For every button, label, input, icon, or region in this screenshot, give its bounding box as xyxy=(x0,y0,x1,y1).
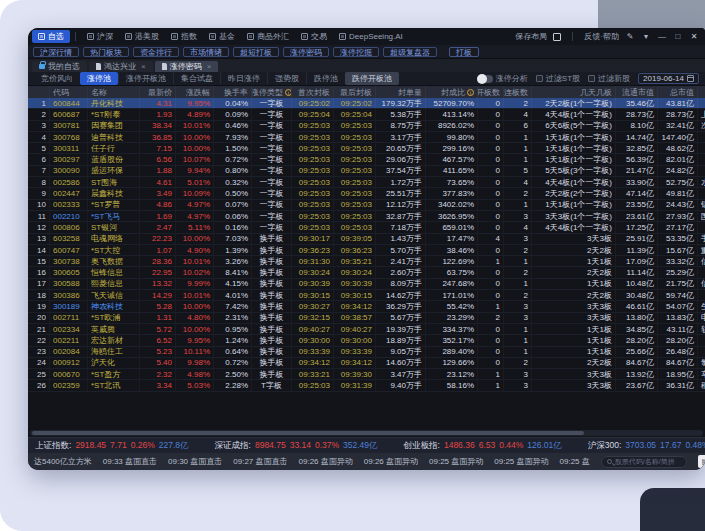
table-row-002711[interactable]: 20002711*ST欧浦1.314.80%2.31%换手板09:32:1509… xyxy=(28,313,705,324)
ticker-item-8[interactable]: 09:25 盘 xyxy=(560,456,590,467)
toolbar-button-热门板块[interactable]: 热门板块 xyxy=(83,47,129,57)
market-tab-沪深[interactable]: 沪深 xyxy=(81,30,119,43)
market-tab-指数[interactable]: 指数 xyxy=(165,30,203,43)
doc-tab-鸿达兴业[interactable]: 鸿达兴业× xyxy=(89,61,153,72)
toolbar-button-市场情绪[interactable]: 市场情绪 xyxy=(183,47,229,57)
market-tab-商品外汇[interactable]: 商品外汇 xyxy=(241,30,295,43)
ticker-item-2[interactable]: 09:30 盘面直击 xyxy=(168,456,222,467)
filter-new-checkbox[interactable]: 过滤新股 xyxy=(588,73,630,84)
toolbar-button-涨停密码[interactable]: 涨停密码 xyxy=(283,47,329,57)
ticker-item-4[interactable]: 09:26 盘面异动 xyxy=(299,456,353,467)
subtab-昨日涨停[interactable]: 昨日涨停 xyxy=(220,72,267,85)
search-input[interactable] xyxy=(615,458,685,465)
table-row-300768[interactable]: 4300768迪普科技36.8510.00%7.93%一字板09:25:0309… xyxy=(28,132,705,143)
market-tab-港美股[interactable]: 港美股 xyxy=(119,30,165,43)
table-row-300738[interactable]: 15300738奥飞数据28.3610.01%3.26%换手板09:31:300… xyxy=(28,256,705,267)
table-row-002586[interactable]: 8002586ST围海4.615.01%0.32%一字板09:25:0309:2… xyxy=(28,177,705,188)
header-涨跌幅[interactable]: 涨跌幅 xyxy=(176,86,214,98)
table-row-300781[interactable]: 3300781因赛集团38.3410.01%0.46%一字板09:25:0309… xyxy=(28,121,705,132)
index-创业板指[interactable]: 创业板指:1486.366.530.44%126.01亿 xyxy=(404,440,562,452)
ticker-item-3[interactable]: 09:27 盘面直击 xyxy=(233,456,287,467)
table-row-002334[interactable]: 21002334英威腾5.7210.00%0.95%换手板09:40:2709:… xyxy=(28,324,705,335)
close-tab-icon[interactable]: × xyxy=(207,62,212,71)
toolbar-button-涨停挖掘[interactable]: 涨停挖掘 xyxy=(333,47,379,57)
table-row-300588[interactable]: 17300588熙菱信息13.329.99%4.15%换手板09:30:3909… xyxy=(28,279,705,290)
layout-icon[interactable] xyxy=(553,33,561,41)
header-开板数[interactable]: 开板数 xyxy=(478,86,504,98)
toolbar-button-超级复盘器[interactable]: 超级复盘器 xyxy=(383,47,437,57)
header-换手率[interactable]: 换手率 xyxy=(214,86,252,98)
minimize-button[interactable]: — xyxy=(657,32,667,41)
table-row-300189[interactable]: 19300189神农科技5.2810.00%7.42%换手板09:30:2709… xyxy=(28,301,705,312)
index-上证指数[interactable]: 上证指数:2918.457.710.26%227.8亿 xyxy=(35,440,189,452)
subtab-集合试盘[interactable]: 集合试盘 xyxy=(173,72,220,85)
chevron-down-icon[interactable]: ▾ xyxy=(641,32,651,41)
header-封成比[interactable]: 封成比i xyxy=(426,86,478,98)
table-row-000806[interactable]: 12000806ST银河2.475.11%0.16%一字板09:25:0309:… xyxy=(28,222,705,233)
header-总市值[interactable]: 总市值 xyxy=(658,86,698,98)
index-沪深300[interactable]: 沪深300:3703.0517.670.48%115.52亿 xyxy=(588,440,705,452)
table-row-300297[interactable]: 6300297蓝盾股份6.5610.07%0.72%一字板09:25:0309:… xyxy=(28,154,705,165)
toolbar-button-打板[interactable]: 打板 xyxy=(449,47,479,57)
filter-st-checkbox[interactable]: 过滤ST股 xyxy=(536,73,580,84)
market-tab-自选[interactable]: 自选 xyxy=(32,30,70,43)
ticker-item-0[interactable]: 达5400亿立方米 xyxy=(34,456,92,467)
scrollbar-track[interactable] xyxy=(30,430,703,436)
subtab-强势股[interactable]: 强势股 xyxy=(267,72,306,85)
toolbar-button-资金排行[interactable]: 资金排行 xyxy=(133,47,179,57)
header-几天几板[interactable]: 几天几板 xyxy=(532,86,616,98)
save-layout-button[interactable]: 保存布局 xyxy=(515,31,547,42)
subtab-涨停池[interactable]: 涨停池 xyxy=(80,72,118,85)
feedback-help-button[interactable]: 反馈·帮助 xyxy=(584,31,619,42)
table-row-002333[interactable]: 10002333*ST罗普4.864.97%0.07%一字板09:25:0309… xyxy=(28,200,705,211)
header-名称[interactable]: 名称 xyxy=(88,86,140,98)
header-n[interactable] xyxy=(28,86,50,98)
info-icon[interactable]: i xyxy=(467,89,474,96)
table-row-300311[interactable]: 5300311任子行7.1510.00%1.50%一字板09:25:0309:2… xyxy=(28,143,705,154)
close-button[interactable]: ✕ xyxy=(689,32,699,41)
table-row-600747[interactable]: 14600747*ST大控1.074.90%1.39%换手板09:36:2309… xyxy=(28,245,705,256)
header-封单量[interactable]: 封单量 xyxy=(376,86,426,98)
header-涨停类型[interactable]: 涨停类型i xyxy=(252,86,292,98)
table-row-300386[interactable]: 18300386飞天诚信14.2910.01%4.01%换手板09:30:150… xyxy=(28,290,705,301)
subtab-跌停池[interactable]: 跌停池 xyxy=(306,72,345,85)
table-row-002211[interactable]: 22002211宏达新材6.529.95%1.24%换手板09:30:0009:… xyxy=(28,335,705,346)
ticker-item-6[interactable]: 09:25 盘面异动 xyxy=(429,456,483,467)
table-row-002210[interactable]: 11002210*ST飞马1.694.97%0.06%一字板09:25:0309… xyxy=(28,211,705,222)
table-row-603258[interactable]: 13603258电魂网络22.2310.00%7.03%换手板09:30:170… xyxy=(28,234,705,245)
subtab-涨停开板池[interactable]: 涨停开板池 xyxy=(118,72,173,85)
doc-tab-涨停密码[interactable]: 涨停密码× xyxy=(155,61,219,72)
table-row-002359[interactable]: 26002359*ST北讯3.345.03%2.28%T字板09:25:0309… xyxy=(28,380,705,391)
table-row-600844[interactable]: 1600844丹化科技4.319.95%0.04%一字板09:25:0209:2… xyxy=(28,98,705,109)
table-row-300605[interactable]: 16300605恒锋信息22.9510.02%8.41%换手板09:30:240… xyxy=(28,267,705,278)
table-row-600687[interactable]: 2600687*ST刚泰1.934.89%0.09%一字板09:25:0409:… xyxy=(28,109,705,120)
subtab-跌停开板池[interactable]: 跌停开板池 xyxy=(345,72,399,85)
index-深证成指[interactable]: 深证成指:8984.7533.140.37%352.49亿 xyxy=(215,440,378,452)
ticker-item-5[interactable]: 09:26 盘面异动 xyxy=(364,456,418,467)
close-tab-icon[interactable]: × xyxy=(141,62,146,71)
toolbar-button-沪深行情[interactable]: 沪深行情 xyxy=(33,47,79,57)
ticker-item-1[interactable]: 09:33 盘面直击 xyxy=(103,456,157,467)
tools-icon[interactable]: ✎ xyxy=(625,32,635,41)
ticker-item-7[interactable]: 09:25 盘面异动 xyxy=(494,456,548,467)
header-extra[interactable] xyxy=(698,86,705,98)
limit-analysis-toggle[interactable] xyxy=(477,75,493,83)
table-row-000912[interactable]: 24000912泸天化5.409.98%0.72%换手板09:34:1209:3… xyxy=(28,358,705,369)
header-首次封板[interactable]: 首次封板 xyxy=(292,86,334,98)
subtab-竞价风向[interactable]: 竞价风向 xyxy=(34,72,80,85)
maximize-button[interactable]: □ xyxy=(673,32,683,41)
market-tab-交易[interactable]: 交易 xyxy=(295,30,333,43)
table-row-300090[interactable]: 7300090盛运环保1.889.94%0.80%一字板09:25:0309:2… xyxy=(28,166,705,177)
table-row-002084[interactable]: 23002084海鸥住工5.2310.11%0.64%换手板09:33:3909… xyxy=(28,347,705,358)
toolbar-button-超短打板[interactable]: 超短打板 xyxy=(233,47,279,57)
header-最后封板[interactable]: 最后封板 xyxy=(334,86,376,98)
header-最新价[interactable]: 最新价 xyxy=(140,86,176,98)
doc-tab-我的自选[interactable]: 我的自选 xyxy=(32,61,87,72)
table-row-000670[interactable]: 25000670*ST盈方2.324.98%2.50%换手板09:33:2109… xyxy=(28,369,705,380)
market-tab-基金[interactable]: 基金 xyxy=(203,30,241,43)
header-流通市值[interactable]: 流通市值 xyxy=(616,86,658,98)
market-tab-DeepSeeing.AI[interactable]: DeepSeeing.AI xyxy=(333,30,409,43)
horizontal-scrollbar[interactable] xyxy=(28,429,705,437)
table-row-002447[interactable]: 9002447晨鑫科技3.4910.09%0.50%一字板09:25:0309:… xyxy=(28,188,705,199)
header-代码[interactable]: 代码 xyxy=(50,86,88,98)
